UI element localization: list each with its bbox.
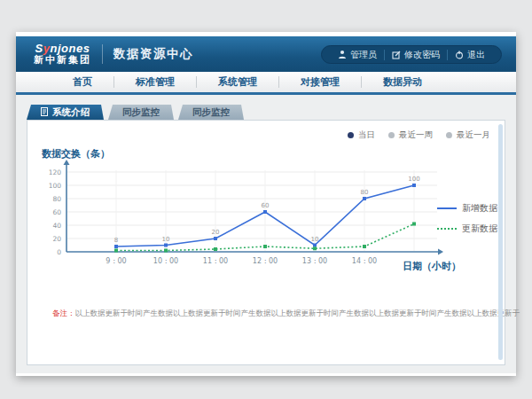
chart-legend: 新增数据 更新数据 — [437, 202, 497, 235]
tab-system-intro-label: 系统介绍 — [52, 106, 90, 119]
nav-item-data-changes[interactable]: 数据异动 — [362, 75, 443, 89]
user-menu-change-password-label: 修改密码 — [404, 49, 440, 61]
power-icon — [455, 51, 464, 59]
svg-text:20: 20 — [212, 229, 220, 236]
footnote: 备注：以上数据更新于时间产生数据以上数据更新于时间产生数据以上数据更新于时间产生… — [52, 309, 520, 319]
user-menu-admin-label: 管理员 — [350, 49, 377, 61]
svg-text:11：00: 11：00 — [203, 257, 228, 265]
radio-icon — [446, 132, 452, 138]
brand-subtitle: 新中新集团 — [34, 55, 91, 66]
range-option-last-week-label: 最近一周 — [399, 129, 433, 141]
header-divider — [102, 44, 103, 64]
logo: Synjones 新中新集团 — [34, 43, 91, 65]
svg-text:9：00: 9：00 — [106, 257, 126, 265]
edit-icon — [392, 51, 401, 59]
range-option-today-label: 当日 — [358, 129, 375, 141]
user-menu-logout-label: 退出 — [467, 49, 485, 61]
time-range-filter: 当日 最近一周 最近一月 — [348, 129, 490, 141]
user-menu: 管理员 修改密码 退出 — [321, 45, 502, 64]
legend-item-new-data[interactable]: 新增数据 — [437, 202, 497, 215]
svg-text:60: 60 — [52, 208, 61, 216]
solid-line-swatch — [437, 207, 457, 209]
svg-text:40: 40 — [52, 222, 61, 230]
user-icon — [338, 50, 347, 59]
svg-text:80: 80 — [52, 195, 61, 203]
nav-item-docking-management[interactable]: 对接管理 — [279, 75, 361, 89]
footnote-label: 备注： — [52, 309, 75, 317]
page-background: Synjones 新中新集团 数据资源中心 管理员 修改密码 — [0, 0, 532, 399]
line-chart: 0204060801001209：0010：0011：0012：0013：001… — [40, 156, 448, 270]
svg-text:100: 100 — [408, 176, 419, 183]
svg-text:8: 8 — [114, 237, 118, 244]
page-title: 数据资源中心 — [113, 46, 193, 62]
x-axis-title: 日期（小时） — [403, 260, 461, 273]
tab-bar: 系统介绍 同步监控 同步监控 — [27, 105, 516, 120]
svg-text:60: 60 — [262, 202, 270, 209]
panel-scrollbar[interactable] — [498, 124, 503, 360]
svg-text:80: 80 — [361, 189, 369, 196]
nav-item-standard-management[interactable]: 标准管理 — [114, 75, 196, 89]
svg-text:10: 10 — [311, 236, 319, 243]
tab-system-intro[interactable]: 系统介绍 — [27, 105, 104, 120]
svg-text:20: 20 — [52, 235, 61, 243]
svg-text:100: 100 — [49, 182, 62, 190]
footnote-text: 以上数据更新于时间产生数据以上数据更新于时间产生数据以上数据更新于时间产生数据以… — [75, 309, 520, 317]
svg-text:13：00: 13：00 — [302, 257, 327, 265]
range-option-last-week[interactable]: 最近一周 — [388, 129, 433, 141]
nav-item-home[interactable]: 首页 — [51, 75, 113, 89]
radio-selected-icon — [348, 132, 354, 138]
radio-icon — [388, 132, 395, 138]
tab-sync-monitor-1[interactable]: 同步监控 — [108, 105, 174, 120]
legend-new-data-label: 新增数据 — [462, 202, 497, 215]
legend-item-updated-data[interactable]: 更新数据 — [437, 223, 497, 235]
nav-item-system-management[interactable]: 系统管理 — [197, 75, 278, 89]
brand-text: Synjones — [34, 43, 91, 55]
user-menu-logout[interactable]: 退出 — [448, 49, 492, 61]
app-window: Synjones 新中新集团 数据资源中心 管理员 修改密码 — [16, 32, 516, 376]
chart-panel: 当日 最近一周 最近一月 数据交换（条） 0204060801001209：00… — [27, 120, 505, 365]
content-area: 系统介绍 同步监控 同步监控 当日 最近一周 — [16, 95, 516, 373]
main-nav: 首页 标准管理 系统管理 对接管理 数据异动 — [16, 72, 516, 95]
legend-updated-data-label: 更新数据 — [462, 223, 497, 235]
range-option-today[interactable]: 当日 — [348, 129, 375, 141]
tab-sync-monitor-1-label: 同步监控 — [122, 106, 160, 119]
range-option-last-month[interactable]: 最近一月 — [446, 129, 490, 141]
user-menu-change-password[interactable]: 修改密码 — [385, 49, 447, 61]
svg-text:10: 10 — [162, 236, 170, 243]
svg-text:14：00: 14：00 — [352, 257, 377, 265]
svg-text:10：00: 10：00 — [153, 257, 178, 265]
document-icon — [41, 107, 48, 118]
svg-text:12：00: 12：00 — [253, 257, 278, 265]
svg-text:120: 120 — [49, 168, 62, 176]
svg-text:0: 0 — [57, 248, 61, 256]
dotted-line-swatch — [437, 228, 457, 230]
tab-sync-monitor-2[interactable]: 同步监控 — [178, 105, 244, 120]
user-menu-admin[interactable]: 管理员 — [331, 49, 384, 61]
app-header: Synjones 新中新集团 数据资源中心 管理员 修改密码 — [16, 36, 516, 72]
range-option-last-month-label: 最近一月 — [457, 129, 490, 141]
tab-sync-monitor-2-label: 同步监控 — [192, 106, 230, 119]
